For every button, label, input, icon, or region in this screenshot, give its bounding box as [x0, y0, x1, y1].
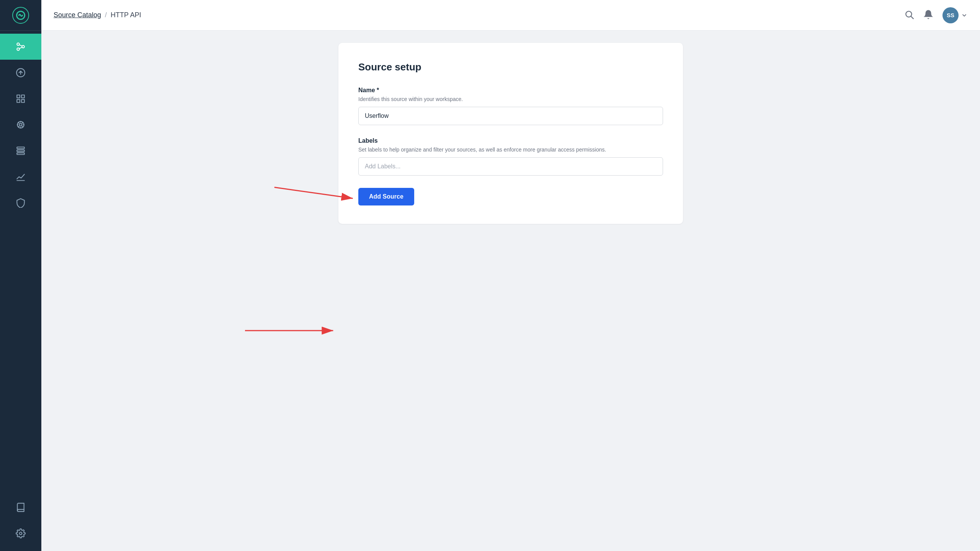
labels-description: Set labels to help organize and filter y… [358, 147, 663, 153]
connections-icon [16, 42, 26, 52]
protocols-icon [16, 120, 26, 130]
book-icon [16, 502, 26, 512]
search-icon [904, 10, 914, 20]
sidebar-item-docs[interactable] [0, 494, 41, 520]
sidebar [0, 0, 41, 551]
svg-point-19 [20, 532, 22, 535]
sidebar-item-destinations[interactable] [0, 86, 41, 112]
name-description: Identifies this source within your works… [358, 96, 663, 102]
svg-rect-17 [17, 153, 24, 154]
avatar: SS [942, 7, 959, 23]
labels-label: Labels [358, 137, 663, 144]
sidebar-item-sources[interactable] [0, 60, 41, 86]
svg-rect-7 [17, 99, 20, 103]
app-logo [12, 7, 29, 24]
logo-area[interactable] [0, 0, 41, 31]
add-source-button[interactable]: Add Source [358, 188, 414, 205]
breadcrumb-separator: / [105, 11, 107, 19]
svg-line-21 [911, 16, 913, 18]
svg-rect-16 [17, 150, 24, 152]
svg-line-12 [22, 126, 23, 127]
name-input[interactable] [358, 107, 663, 125]
search-button[interactable] [904, 10, 914, 21]
breadcrumb: Source Catalog / HTTP API [54, 11, 141, 19]
bell-icon [923, 10, 933, 20]
breadcrumb-source-catalog[interactable]: Source Catalog [54, 11, 101, 19]
grid-icon [16, 94, 26, 104]
analytics-icon [16, 172, 26, 182]
source-setup-card: Source setup Name * Identifies this sour… [338, 43, 683, 224]
card-title: Source setup [358, 61, 663, 73]
svg-rect-5 [17, 95, 20, 98]
sidebar-item-connections[interactable] [0, 34, 41, 60]
sidebar-bottom [0, 494, 41, 551]
header: Source Catalog / HTTP API SS [41, 0, 980, 31]
schema-icon [16, 146, 26, 156]
svg-rect-8 [21, 99, 24, 103]
main-content: Source Catalog / HTTP API SS [41, 0, 980, 551]
sidebar-item-analytics[interactable] [0, 164, 41, 190]
labels-form-group: Labels Set labels to help organize and f… [358, 137, 663, 176]
breadcrumb-current: HTTP API [111, 11, 141, 19]
name-label: Name * [358, 87, 663, 94]
svg-rect-6 [21, 95, 24, 98]
svg-line-13 [19, 126, 20, 127]
name-form-group: Name * Identifies this source within you… [358, 87, 663, 125]
notifications-button[interactable] [923, 10, 933, 21]
sidebar-item-schema[interactable] [0, 138, 41, 164]
header-right: SS [904, 7, 968, 23]
sidebar-nav [0, 31, 41, 494]
sources-icon [16, 68, 26, 78]
page-content: Source setup Name * Identifies this sour… [41, 31, 980, 551]
shield-icon [16, 198, 26, 208]
svg-line-11 [19, 123, 20, 124]
user-menu[interactable]: SS [942, 7, 968, 23]
labels-input[interactable] [358, 157, 663, 176]
sidebar-item-settings[interactable] [0, 520, 41, 546]
svg-line-14 [22, 123, 23, 124]
svg-point-9 [20, 124, 22, 126]
chevron-down-icon [961, 12, 968, 19]
svg-rect-15 [17, 147, 24, 148]
sidebar-item-protocols[interactable] [0, 112, 41, 138]
gear-icon [16, 528, 26, 538]
sidebar-item-privacy[interactable] [0, 190, 41, 216]
